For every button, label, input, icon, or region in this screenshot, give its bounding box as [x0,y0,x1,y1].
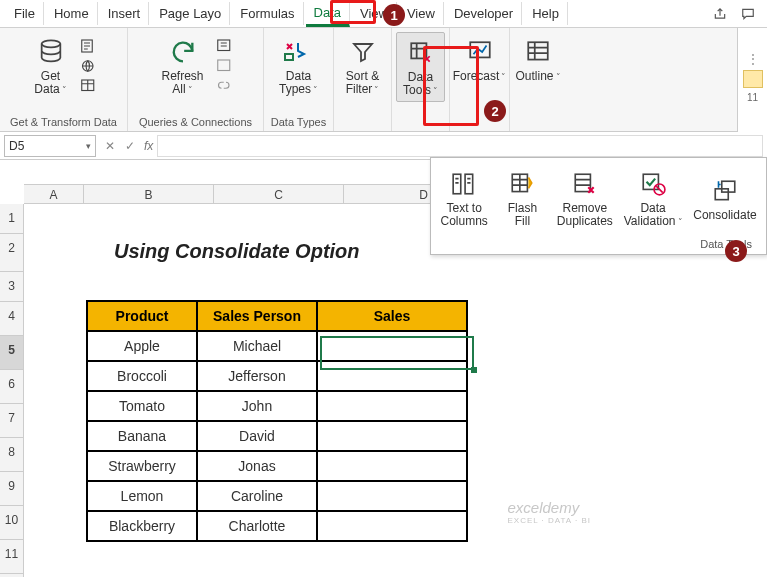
watermark-brand: exceldemy [507,499,579,516]
row-header[interactable]: 3 [0,272,23,302]
text-to-columns-icon [448,168,480,200]
name-box-value: D5 [9,139,24,153]
panel-marker-icon [743,70,763,88]
table-row: LemonCaroline [87,481,467,511]
menu-data[interactable]: Data [306,1,350,27]
database-icon [35,36,67,68]
queries-icon[interactable] [216,37,236,55]
table-row: BananaDavid [87,421,467,451]
flash-fill-button[interactable]: FlashFill [493,164,551,232]
comment-icon[interactable] [735,4,761,24]
callout-num-1: 1 [383,4,405,26]
ribbon-group-datatools: DataTools [392,28,450,131]
get-data-button[interactable]: GetData [28,32,74,100]
table-header-person: Sales Person [197,301,317,331]
formula-input[interactable] [157,135,763,157]
watermark: exceldemy EXCEL · DATA · BI [507,499,591,525]
forecast-label: Forecast [453,70,507,83]
col-header-a[interactable]: A [24,185,84,203]
row-header[interactable]: 4 [0,302,23,336]
col-header-c[interactable]: C [214,185,344,203]
properties-icon[interactable] [216,57,236,75]
row-header-selected[interactable]: 5 [0,336,23,370]
ribbon-group-datatypes: DataTypes Data Types [264,28,334,131]
data-types-button[interactable]: DataTypes [273,32,324,100]
menu-help[interactable]: Help [524,2,568,25]
text-to-columns-button[interactable]: Text toColumns [435,164,493,232]
row-header[interactable]: 10 [0,506,23,540]
from-web-icon[interactable] [80,57,100,75]
row-header[interactable]: 7 [0,404,23,438]
menu-view2[interactable]: View [399,2,444,25]
outline-icon [522,36,554,68]
consolidate-icon [709,175,741,207]
fill-handle[interactable] [471,367,477,373]
panel-grip-icon: ⋮ [747,52,759,66]
data-types-icon [282,36,314,68]
data-tools-label: DataTools [403,71,438,97]
cancel-icon[interactable]: ✕ [100,135,120,157]
from-text-icon[interactable] [80,37,100,55]
svg-rect-9 [528,42,548,59]
svg-rect-10 [453,174,461,194]
data-tools-button[interactable]: DataTools [396,32,445,102]
text-to-columns-label: Text toColumns [441,202,488,228]
row-headers: 1 2 3 4 5 6 7 8 9 10 11 [0,204,24,577]
svg-rect-6 [285,54,293,60]
remove-duplicates-icon [569,168,601,200]
svg-rect-11 [465,174,473,194]
svg-rect-7 [411,43,426,58]
row-header[interactable]: 1 [0,204,23,234]
worksheet-title: Using Consolidate Option [114,240,360,263]
table-header-sales: Sales [317,301,467,331]
remove-duplicates-button[interactable]: RemoveDuplicates [551,164,618,232]
menu-pagelayout[interactable]: Page Layo [151,2,230,25]
consolidate-button[interactable]: Consolidate [688,164,762,232]
worksheet-cells[interactable]: Using Consolidate Option Product Sales P… [24,204,767,577]
row-header[interactable]: 8 [0,438,23,472]
data-tools-icon [405,37,437,69]
refresh-all-button[interactable]: RefreshAll [155,32,209,100]
svg-point-0 [41,40,60,47]
menu-developer[interactable]: Developer [446,2,522,25]
fx-label[interactable]: fx [144,139,153,153]
get-data-label: GetData [34,70,66,96]
side-panel-fragment: ⋮ 11 [737,28,767,132]
forecast-button[interactable]: Forecast [447,32,513,87]
chevron-down-icon[interactable]: ▾ [86,141,91,151]
forecast-icon [464,36,496,68]
sort-filter-button[interactable]: Sort &Filter [340,32,386,100]
row-header[interactable]: 11 [0,540,23,574]
edit-links-icon[interactable] [216,77,236,95]
table-row: StrawberryJonas [87,451,467,481]
data-tools-panel: Text toColumns FlashFill RemoveDuplicate… [430,157,767,255]
outline-label: Outline [515,70,560,83]
menu-home[interactable]: Home [46,2,98,25]
refresh-all-label: RefreshAll [161,70,203,96]
row-header[interactable]: 2 [0,234,23,272]
table-row: BlackberryCharlotte [87,511,467,541]
group-title-datatypes: Data Types [271,115,326,129]
funnel-icon [347,36,379,68]
refresh-icon [167,36,199,68]
from-table-icon[interactable] [80,77,100,95]
sort-filter-label: Sort &Filter [346,70,380,96]
share-icon[interactable] [707,4,733,24]
data-validation-icon [637,168,669,200]
name-box[interactable]: D5 ▾ [4,135,96,157]
col-header-b[interactable]: B [84,185,214,203]
consolidate-label: Consolidate [693,209,756,222]
row-header[interactable]: 6 [0,370,23,404]
menu-insert[interactable]: Insert [100,2,150,25]
outline-button[interactable]: Outline [509,32,566,87]
remove-duplicates-label: RemoveDuplicates [557,202,613,228]
enter-icon[interactable]: ✓ [120,135,140,157]
table-header-product: Product [87,301,197,331]
menu-file[interactable]: File [6,2,44,25]
row-header[interactable]: 9 [0,472,23,506]
svg-rect-13 [575,174,590,191]
ribbon-group-get-transform: GetData Get & Transform Data [0,28,128,131]
menu-formulas[interactable]: Formulas [232,2,303,25]
flash-fill-label: FlashFill [508,202,537,228]
data-validation-button[interactable]: DataValidation [618,164,688,232]
